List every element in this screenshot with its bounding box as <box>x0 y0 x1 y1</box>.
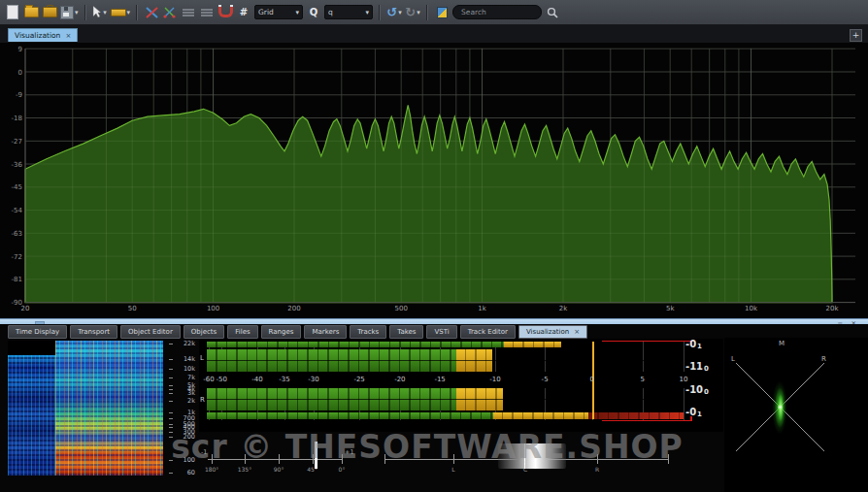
spectrogram-scale-tick <box>169 401 173 402</box>
svg-text:-36: -36 <box>12 161 23 169</box>
correlation-tick <box>279 454 280 464</box>
meter-scale-tickline <box>684 342 684 372</box>
svg-text:-9: -9 <box>16 91 22 99</box>
phase-correlation-meter: -1 +1 180°135°90°45°0° <box>199 436 354 479</box>
dock-tab-tracks[interactable]: Tracks <box>350 325 386 339</box>
dock-tab-visualization[interactable]: Visualization × <box>518 325 587 339</box>
document-tab-bar: Visualization × + <box>0 25 868 44</box>
spectrogram-scale-tick <box>169 427 173 428</box>
spectrogram-scale-label: 14k <box>184 356 195 363</box>
svg-text:-27: -27 <box>12 138 22 146</box>
rms-readout-right: -100 <box>685 384 722 395</box>
dock-tab-ranges[interactable]: Ranges <box>261 325 302 339</box>
new-file-button[interactable] <box>5 4 20 21</box>
toolbar-separator <box>379 5 381 20</box>
spectrogram-scale-tick <box>169 344 173 344</box>
spectrum-analyzer-panel: 90-9-18-27-36-45-54-63-72-81-90205010020… <box>0 43 868 318</box>
app-window: ▾ ▾ ▾ # Grid▾ Q q▾ ↺▾ ↻▾ Visuali <box>0 0 868 492</box>
spectrogram-scale-tick <box>169 412 173 413</box>
quantize-select[interactable]: q▾ <box>324 5 373 19</box>
rms-readout-left: -110 <box>685 361 722 372</box>
spectrogram-scale-label: 7k <box>187 375 195 381</box>
svg-text:-81: -81 <box>12 276 22 283</box>
cut-objects-button[interactable] <box>162 4 178 21</box>
save-icon <box>60 6 74 19</box>
toolbar-separator <box>136 5 138 20</box>
meter-scale-label: -20 <box>390 376 410 383</box>
redo-button[interactable]: ↻▾ <box>405 4 420 21</box>
meter-right-label: R <box>200 396 205 404</box>
spectrogram-segment <box>55 341 163 476</box>
script-button[interactable] <box>434 4 450 21</box>
dock-tab-time-display[interactable]: Time Display <box>8 325 67 339</box>
close-icon[interactable]: × <box>65 32 71 40</box>
script-icon <box>437 7 448 18</box>
dock-panel: Time DisplayTransportObject EditorObject… <box>0 324 868 492</box>
svg-text:-63: -63 <box>12 230 22 238</box>
dock-tab-vsti[interactable]: VSTi <box>426 325 456 339</box>
dock-tab-objects[interactable]: Objects <box>184 325 224 339</box>
tab-label: Visualization <box>15 31 60 40</box>
save-button[interactable]: ▾ <box>60 4 79 21</box>
open-folder-icon <box>24 7 39 17</box>
dock-tab-transport[interactable]: Transport <box>70 325 117 339</box>
object-list-button[interactable] <box>199 4 215 21</box>
svg-text:0: 0 <box>18 69 22 77</box>
meter-scale-label: -50 <box>212 376 231 383</box>
object-mode-button[interactable]: ▾ <box>111 4 131 21</box>
open-file-button[interactable] <box>23 4 39 21</box>
grid-select[interactable]: Grid▾ <box>254 5 303 19</box>
quantize-toggle-button[interactable]: Q <box>306 4 321 21</box>
svg-text:1k: 1k <box>478 305 486 312</box>
dock-tab-markers[interactable]: Markers <box>304 325 347 339</box>
crossfade-x-icon <box>146 7 158 18</box>
correlation-max-label: +1 <box>345 448 354 456</box>
dock-tab-takes[interactable]: Takes <box>389 325 423 339</box>
snap-toggle-button[interactable] <box>217 4 233 21</box>
correlation-tick-label: 90° <box>268 466 289 473</box>
project-case-icon <box>43 7 57 17</box>
search-input[interactable] <box>452 5 542 19</box>
dock-tab-track-editor[interactable]: Track Editor <box>460 325 516 339</box>
add-tab-button[interactable]: + <box>850 29 862 42</box>
dock-tab-strip: Time DisplayTransportObject EditorObject… <box>8 325 587 338</box>
crossfade-button[interactable] <box>144 4 159 21</box>
track-list-button[interactable] <box>181 4 196 21</box>
toolbar-separator <box>426 5 428 20</box>
correlation-tick <box>245 454 246 464</box>
peak-meter-panel: L R <box>199 339 723 432</box>
correlation-min-label: -1 <box>201 448 207 456</box>
meter-scale-tickline <box>684 388 684 420</box>
spectrogram-display <box>8 341 163 476</box>
tab-visualization[interactable]: Visualization × <box>8 28 78 42</box>
balance-end-tick <box>668 454 669 464</box>
search-go-button[interactable] <box>545 4 560 21</box>
goniometer-center-dot <box>778 405 783 410</box>
scissors-icon <box>163 7 177 18</box>
chevron-down-icon[interactable]: ▾ <box>127 9 131 16</box>
meter-left-label: L <box>200 354 204 362</box>
correlation-tick-label: 180° <box>201 466 222 473</box>
undo-button[interactable]: ↺▾ <box>386 4 402 21</box>
close-icon[interactable]: × <box>574 326 580 338</box>
chevron-down-icon[interactable]: ▾ <box>103 9 107 16</box>
dock-tab-object-editor[interactable]: Object Editor <box>120 325 181 339</box>
cursor-tool-button[interactable]: ▾ <box>92 4 108 21</box>
correlation-indicator <box>315 442 317 469</box>
grid-select-value: Grid <box>258 8 274 16</box>
goniometer-display: M L R <box>724 338 868 492</box>
open-project-button[interactable] <box>42 4 57 21</box>
dock-tab-files[interactable]: Files <box>227 325 257 339</box>
meter-scale-label: -35 <box>275 376 294 383</box>
grid-toggle-button[interactable]: # <box>236 4 251 21</box>
chevron-down-icon[interactable]: ▾ <box>398 9 402 16</box>
svg-text:100: 100 <box>207 305 219 312</box>
spectrogram-scale-tick <box>169 418 173 419</box>
balance-center-line <box>524 443 525 469</box>
magnet-icon <box>218 7 233 17</box>
svg-text:20: 20 <box>21 305 30 312</box>
chevron-down-icon[interactable]: ▾ <box>75 9 79 16</box>
svg-text:-72: -72 <box>12 253 22 261</box>
chevron-down-icon[interactable]: ▾ <box>417 9 420 16</box>
meter-scale-label: -5 <box>535 376 554 383</box>
